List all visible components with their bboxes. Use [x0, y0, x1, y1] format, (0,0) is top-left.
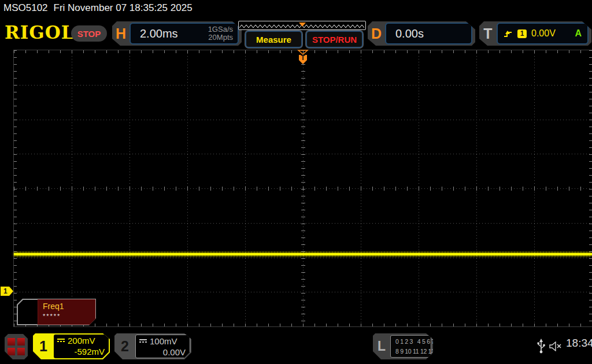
overview-waveform-icon: [239, 23, 364, 29]
menu-tile-icon: [17, 338, 25, 346]
sample-rate: 1GSa/s: [208, 25, 233, 34]
logic-label: L: [373, 333, 390, 359]
measure-button[interactable]: Measure: [245, 31, 302, 48]
delay-values: 0.00s: [385, 23, 472, 44]
measurement-name: Freq1: [43, 302, 90, 311]
usb-icon: [537, 339, 545, 354]
trigger-values: 1 0.00V A: [497, 23, 589, 44]
rigol-logo: RIGOL: [5, 22, 75, 43]
measurement-value: *****: [43, 313, 90, 320]
datetime: Fri November 07 18:35:25 2025: [54, 2, 193, 13]
measurement-item-panel: Freq1 *****: [38, 299, 95, 325]
dc-coupling-icon: [57, 338, 65, 343]
horizontal-settings-box[interactable]: H 2.00ms 1GSa/s20Mpts: [112, 21, 242, 46]
menu-tile-icon: [8, 348, 15, 355]
model-name: MSO5102: [3, 2, 48, 13]
rising-edge-icon: [504, 29, 513, 38]
center-horizontal-axis-ticks: [14, 187, 592, 191]
timebase-value: 2.00ms: [131, 27, 208, 40]
channel1-values: 200mV -592mV: [54, 335, 109, 358]
titlebar: MSO5102Fri November 07 18:35:25 2025: [3, 2, 193, 14]
speaker-muted-icon[interactable]: [549, 341, 564, 351]
measurement-item-freq1[interactable]: Freq1 *****: [17, 299, 96, 325]
system-clock: 18:34: [566, 337, 592, 350]
delay-label: D: [368, 25, 385, 42]
menu-tile-icon: [8, 338, 15, 346]
channel2-scale: 100mV: [150, 336, 177, 347]
channel1-offset: -592mV: [57, 346, 105, 357]
horizontal-values: 2.00ms 1GSa/s20Mpts: [130, 23, 239, 44]
ch1-ground-marker[interactable]: 1: [1, 287, 13, 296]
right-edge-ticks: [589, 50, 592, 326]
channel1-number: 1: [33, 333, 54, 359]
channel2-status-box[interactable]: 2 100mV 0.00V: [114, 333, 191, 359]
channel1-status-box[interactable]: 1 200mV -592mV: [33, 333, 110, 359]
logic-channels-box[interactable]: L 0 1 2 3 4 5 6 78 9 10 11 12 13 14 15: [373, 333, 433, 359]
delay-settings-box[interactable]: D 0.00s: [368, 21, 475, 46]
memory-overview-strip[interactable]: [238, 21, 366, 30]
logic-row2: 8 9 10 11 12 13 14 15: [395, 348, 450, 355]
trigger-source-badge: 1: [517, 29, 527, 38]
trigger-settings-box[interactable]: T 1 0.00V A: [479, 21, 591, 46]
oscilloscope-screen: MSO5102Fri November 07 18:35:25 2025 RIG…: [0, 0, 592, 364]
horizontal-label: H: [112, 25, 130, 42]
stop-run-button[interactable]: STOP/RUN: [306, 31, 363, 48]
run-state-badge: STOP: [71, 25, 107, 42]
trigger-label: T: [479, 25, 497, 42]
menu-tile-icon: [17, 348, 25, 355]
logic-channel-numbers: 0 1 2 3 4 5 6 78 9 10 11 12 13 14 15: [390, 335, 431, 358]
ch1-waveform-trace: [14, 251, 592, 257]
channel2-number: 2: [114, 333, 135, 359]
delay-value: 0.00s: [386, 27, 424, 40]
svg-text:T: T: [301, 54, 305, 62]
channel2-offset: 0.00V: [139, 347, 186, 358]
trigger-level-value: 0.00V: [531, 28, 570, 39]
dc-coupling-icon: [139, 339, 147, 344]
bottom-status-bar: 1 200mV -592mV 2 100mV 0.00V L 0 1 2 3 4…: [0, 329, 592, 364]
left-edge-ticks: [14, 50, 17, 326]
waveform-core: [14, 253, 592, 255]
channel2-values: 100mV 0.00V: [135, 335, 190, 358]
overview-position-marker-icon: [299, 23, 306, 27]
memory-depth: 20Mpts: [208, 33, 233, 42]
graticule: T 1 Freq1 *****: [13, 50, 592, 327]
trigger-mode: A: [575, 28, 587, 39]
acquisition-info: 1GSa/s20Mpts: [208, 25, 238, 42]
trigger-position-marker-icon[interactable]: T: [297, 50, 309, 65]
windows-menu-button[interactable]: [5, 334, 28, 359]
logic-row1: 0 1 2 3 4 5 6 7: [395, 338, 435, 345]
bottom-edge-ticks: [14, 324, 592, 326]
channel1-scale: 200mV: [68, 335, 95, 346]
